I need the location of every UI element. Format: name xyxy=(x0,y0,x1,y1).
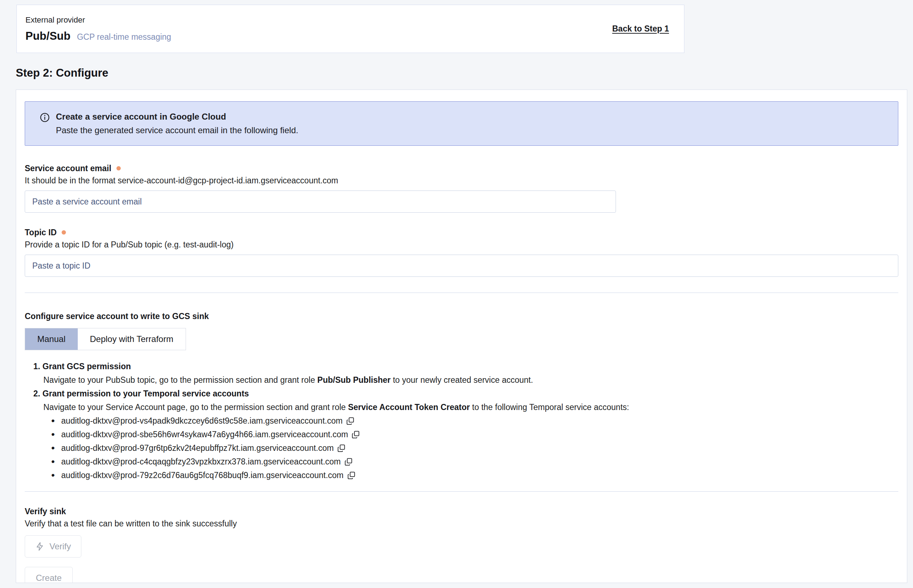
list-item: auditlog-dktxv@prod-sbe56h6wr4sykaw47a6y… xyxy=(51,428,898,441)
service-account-email-helper: It should be in the format service-accou… xyxy=(25,175,898,186)
service-account-email: auditlog-dktxv@prod-97gr6tp6zkv2t4epubff… xyxy=(61,443,334,453)
provider-description: GCP real-time messaging xyxy=(77,32,171,42)
page: External provider Pub/Sub GCP real-time … xyxy=(0,0,913,588)
verify-sink-description: Verify that a test file can be written t… xyxy=(25,518,898,529)
list-item: auditlog-dktxv@prod-97gr6tp6zkv2t4epubff… xyxy=(51,441,898,455)
divider xyxy=(25,491,898,492)
step-body: Navigate to your Service Account page, g… xyxy=(43,401,898,414)
divider xyxy=(25,292,898,293)
service-account-email: auditlog-dktxv@prod-sbe56h6wr4sykaw47a6y… xyxy=(61,430,348,439)
topic-id-input[interactable] xyxy=(25,255,898,277)
sink-config-tabs: Manual Deploy with Terraform xyxy=(25,328,186,350)
info-banner-text: Create a service account in Google Cloud… xyxy=(56,111,298,136)
provider-label: External provider xyxy=(26,15,171,25)
service-account-email-label-row: Service account email xyxy=(25,163,898,174)
list-item: auditlog-dktxv@prod-vs4padk9dkczcey6d6st… xyxy=(51,414,898,428)
list-item: auditlog-dktxv@prod-79z2c6d76au6g5fcq768… xyxy=(51,468,898,482)
step-grant-gcs-permission: Grant GCS permission Navigate to your Pu… xyxy=(33,360,898,387)
copy-icon[interactable] xyxy=(337,444,345,452)
tab-manual[interactable]: Manual xyxy=(25,328,78,350)
provider-name: Pub/Sub xyxy=(26,30,71,43)
info-banner-body: Paste the generated service account emai… xyxy=(56,125,298,136)
verify-button-label: Verify xyxy=(49,541,71,551)
verify-sink-heading: Verify sink xyxy=(25,506,898,517)
service-account-email-input[interactable] xyxy=(25,191,616,213)
configure-card: Create a service account in Google Cloud… xyxy=(16,89,907,583)
info-banner: Create a service account in Google Cloud… xyxy=(25,101,898,146)
copy-icon[interactable] xyxy=(351,430,360,439)
topic-id-label: Topic ID xyxy=(25,228,57,237)
copy-icon[interactable] xyxy=(346,417,355,425)
required-dot xyxy=(62,230,66,234)
topic-id-field-group: Topic ID Provide a topic ID for a Pub/Su… xyxy=(25,227,898,277)
info-banner-title: Create a service account in Google Cloud xyxy=(56,111,298,122)
list-item: auditlog-dktxv@prod-c4cqaqgbfzy23vpzkbxz… xyxy=(51,455,898,468)
service-account-email: auditlog-dktxv@prod-vs4padk9dkczcey6d6st… xyxy=(61,416,343,426)
provider-row: Pub/Sub GCP real-time messaging xyxy=(26,30,171,43)
copy-icon[interactable] xyxy=(344,458,353,466)
verify-button[interactable]: Verify xyxy=(25,535,81,557)
service-account-email-label: Service account email xyxy=(25,164,112,173)
role-name: Pub/Sub Publisher xyxy=(317,375,390,384)
service-account-email: auditlog-dktxv@prod-c4cqaqgbfzy23vpzkbxz… xyxy=(61,457,341,467)
provider-card: External provider Pub/Sub GCP real-time … xyxy=(16,5,685,53)
tab-deploy-with-terraform[interactable]: Deploy with Terraform xyxy=(78,328,186,350)
required-dot xyxy=(117,166,121,170)
topic-id-label-row: Topic ID xyxy=(25,227,898,238)
copy-icon[interactable] xyxy=(347,471,355,480)
create-button[interactable]: Create xyxy=(25,567,73,583)
service-account-email-field-group: Service account email It should be in th… xyxy=(25,163,898,213)
step-title: Grant permission to your Temporal servic… xyxy=(33,389,249,398)
step-body: Navigate to your PubSub topic, go to the… xyxy=(43,373,898,387)
provider-info: External provider Pub/Sub GCP real-time … xyxy=(26,15,171,43)
step-grant-temporal-permission: Grant permission to your Temporal servic… xyxy=(33,387,898,482)
service-account-email: auditlog-dktxv@prod-79z2c6d76au6g5fcq768… xyxy=(61,470,344,480)
topic-id-helper: Provide a topic ID for a Pub/Sub topic (… xyxy=(25,239,898,250)
page-title: Step 2: Configure xyxy=(16,66,108,79)
role-name: Service Account Token Creator xyxy=(348,402,470,412)
lightning-icon xyxy=(35,542,44,551)
info-icon xyxy=(39,112,50,123)
service-account-list: auditlog-dktxv@prod-vs4padk9dkczcey6d6st… xyxy=(51,414,898,482)
sink-section-heading: Configure service account to write to GC… xyxy=(25,311,898,321)
step-title: Grant GCS permission xyxy=(33,362,131,371)
create-button-label: Create xyxy=(36,573,62,583)
manual-steps-list: Grant GCS permission Navigate to your Pu… xyxy=(33,360,898,482)
back-to-step-1-link[interactable]: Back to Step 1 xyxy=(612,24,669,34)
